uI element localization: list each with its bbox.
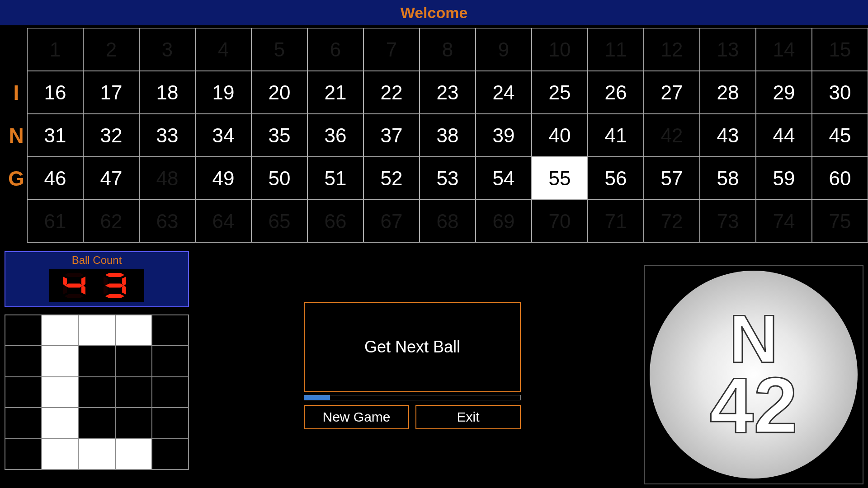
board-cell[interactable]: 59 bbox=[756, 157, 812, 200]
pattern-cell[interactable] bbox=[5, 408, 42, 438]
board-cell[interactable]: 53 bbox=[420, 157, 476, 200]
pattern-cell[interactable] bbox=[152, 346, 189, 376]
board-cell[interactable]: 48 bbox=[139, 157, 195, 200]
board-cell[interactable]: 14 bbox=[756, 28, 812, 71]
board-cell[interactable]: 57 bbox=[644, 157, 700, 200]
pattern-cell[interactable] bbox=[115, 377, 152, 408]
pattern-cell[interactable] bbox=[115, 346, 152, 376]
pattern-cell[interactable] bbox=[78, 377, 115, 408]
board-cell[interactable]: 41 bbox=[588, 114, 644, 157]
board-cell[interactable]: 3 bbox=[139, 28, 195, 71]
pattern-cell[interactable] bbox=[152, 377, 189, 408]
board-cell[interactable]: 45 bbox=[812, 114, 868, 157]
board-cell[interactable]: 13 bbox=[700, 28, 756, 71]
board-cell[interactable]: 51 bbox=[307, 157, 363, 200]
board-cell[interactable]: 44 bbox=[756, 114, 812, 157]
board-cell[interactable]: 39 bbox=[476, 114, 532, 157]
board-cell[interactable]: 17 bbox=[83, 71, 139, 114]
pattern-cell[interactable] bbox=[5, 315, 42, 346]
board-cell[interactable]: 68 bbox=[420, 200, 476, 243]
pattern-cell[interactable] bbox=[42, 346, 78, 376]
board-cell[interactable]: 47 bbox=[83, 157, 139, 200]
board-cell[interactable]: 60 bbox=[812, 157, 868, 200]
board-cell[interactable]: 64 bbox=[195, 200, 251, 243]
board-cell[interactable]: 19 bbox=[195, 71, 251, 114]
board-cell[interactable]: 16 bbox=[27, 71, 83, 114]
board-cell[interactable]: 69 bbox=[476, 200, 532, 243]
board-cell[interactable]: 55 bbox=[532, 157, 588, 200]
board-cell[interactable]: 2 bbox=[83, 28, 139, 71]
board-cell[interactable]: 40 bbox=[532, 114, 588, 157]
board-cell[interactable]: 38 bbox=[420, 114, 476, 157]
exit-button[interactable]: Exit bbox=[415, 405, 521, 429]
board-cell[interactable]: 62 bbox=[83, 200, 139, 243]
board-cell[interactable]: 43 bbox=[700, 114, 756, 157]
board-cell[interactable]: 27 bbox=[644, 71, 700, 114]
pattern-cell[interactable] bbox=[78, 346, 115, 376]
board-cell[interactable]: 50 bbox=[251, 157, 307, 200]
board-cell[interactable]: 70 bbox=[532, 200, 588, 243]
board-cell[interactable]: 4 bbox=[195, 28, 251, 71]
board-cell[interactable]: 37 bbox=[363, 114, 420, 157]
pattern-cell[interactable] bbox=[115, 315, 152, 346]
board-cell[interactable]: 33 bbox=[139, 114, 195, 157]
board-cell[interactable]: 18 bbox=[139, 71, 195, 114]
board-cell[interactable]: 73 bbox=[700, 200, 756, 243]
board-cell[interactable]: 6 bbox=[307, 28, 363, 71]
board-cell[interactable]: 1 bbox=[27, 28, 83, 71]
board-cell[interactable]: 36 bbox=[307, 114, 363, 157]
board-cell[interactable]: 25 bbox=[532, 71, 588, 114]
board-cell[interactable]: 21 bbox=[307, 71, 363, 114]
pattern-cell[interactable] bbox=[5, 346, 42, 376]
board-cell[interactable]: 52 bbox=[363, 157, 420, 200]
board-cell[interactable]: 58 bbox=[700, 157, 756, 200]
board-cell[interactable]: 56 bbox=[588, 157, 644, 200]
board-cell[interactable]: 20 bbox=[251, 71, 307, 114]
board-cell[interactable]: 74 bbox=[756, 200, 812, 243]
board-cell[interactable]: 46 bbox=[27, 157, 83, 200]
board-cell[interactable]: 11 bbox=[588, 28, 644, 71]
board-cell[interactable]: 72 bbox=[644, 200, 700, 243]
board-cell[interactable]: 54 bbox=[476, 157, 532, 200]
board-cell[interactable]: 12 bbox=[644, 28, 700, 71]
pattern-cell[interactable] bbox=[5, 377, 42, 408]
board-cell[interactable]: 61 bbox=[27, 200, 83, 243]
board-cell[interactable]: 5 bbox=[251, 28, 307, 71]
board-cell[interactable]: 7 bbox=[363, 28, 420, 71]
pattern-cell[interactable] bbox=[152, 315, 189, 346]
new-game-button[interactable]: New Game bbox=[304, 405, 409, 429]
board-cell[interactable]: 42 bbox=[644, 114, 700, 157]
board-cell[interactable]: 26 bbox=[588, 71, 644, 114]
board-cell[interactable]: 22 bbox=[363, 71, 420, 114]
pattern-cell[interactable] bbox=[115, 408, 152, 438]
pattern-cell[interactable] bbox=[42, 315, 78, 346]
pattern-cell[interactable] bbox=[152, 439, 189, 469]
board-cell[interactable]: 75 bbox=[812, 200, 868, 243]
get-next-ball-button[interactable]: Get Next Ball bbox=[304, 302, 521, 392]
board-cell[interactable]: 34 bbox=[195, 114, 251, 157]
board-cell[interactable]: 63 bbox=[139, 200, 195, 243]
board-cell[interactable]: 23 bbox=[420, 71, 476, 114]
board-cell[interactable]: 9 bbox=[476, 28, 532, 71]
pattern-cell[interactable] bbox=[115, 439, 152, 469]
board-cell[interactable]: 15 bbox=[812, 28, 868, 71]
board-cell[interactable]: 29 bbox=[756, 71, 812, 114]
pattern-cell[interactable] bbox=[78, 439, 115, 469]
pattern-cell[interactable] bbox=[152, 408, 189, 438]
board-cell[interactable]: 71 bbox=[588, 200, 644, 243]
pattern-cell[interactable] bbox=[5, 439, 42, 469]
board-cell[interactable]: 67 bbox=[363, 200, 420, 243]
board-cell[interactable]: 30 bbox=[812, 71, 868, 114]
board-cell[interactable]: 10 bbox=[532, 28, 588, 71]
board-cell[interactable]: 65 bbox=[251, 200, 307, 243]
board-cell[interactable]: 49 bbox=[195, 157, 251, 200]
board-cell[interactable]: 31 bbox=[27, 114, 83, 157]
pattern-cell[interactable] bbox=[42, 439, 78, 469]
pattern-cell[interactable] bbox=[42, 408, 78, 438]
board-cell[interactable]: 32 bbox=[83, 114, 139, 157]
board-cell[interactable]: 35 bbox=[251, 114, 307, 157]
board-cell[interactable]: 24 bbox=[476, 71, 532, 114]
board-cell[interactable]: 66 bbox=[307, 200, 363, 243]
pattern-cell[interactable] bbox=[78, 315, 115, 346]
board-cell[interactable]: 8 bbox=[420, 28, 476, 71]
